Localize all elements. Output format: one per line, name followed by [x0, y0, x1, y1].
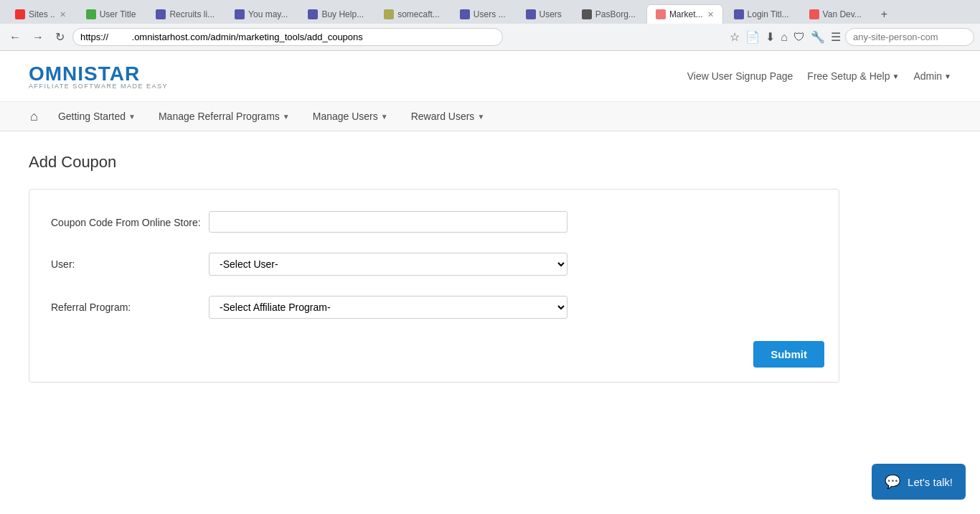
forward-button[interactable]: → — [29, 29, 47, 45]
getting-started-arrow-icon: ▼ — [128, 113, 136, 121]
browser-tab-5[interactable]: Buy Help... — [298, 4, 373, 24]
view-user-signup-link[interactable]: View User Signup Page — [687, 70, 793, 82]
tab-favicon-11 — [734, 9, 744, 19]
logo: OMNISTAR AFFILIATE SOFTWARE MADE EASY — [29, 62, 168, 90]
nav-label-manage-users: Manage Users — [313, 111, 378, 122]
browser-tab-3[interactable]: Recruits li... — [146, 4, 224, 24]
address-bar — [72, 28, 503, 46]
search-bar — [845, 28, 974, 46]
tab-favicon-4 — [235, 9, 245, 19]
reward-users-arrow-icon: ▼ — [477, 113, 484, 121]
tab-label-12: Van Dev... — [823, 9, 862, 19]
browser-toolbar: ☆ 📄 ⬇ ⌂ 🛡 🔧 ☰ — [730, 30, 841, 44]
menu-icon[interactable]: ☰ — [831, 30, 841, 44]
tab-favicon-10 — [656, 9, 666, 19]
extensions-icon[interactable]: 🔧 — [811, 30, 825, 44]
home-browser-icon[interactable]: ⌂ — [781, 31, 788, 44]
logo-sub: AFFILIATE SOFTWARE MADE EASY — [29, 83, 168, 90]
tab-label-4: You may... — [248, 9, 288, 19]
coupon-code-label: Coupon Code From Online Store: — [51, 211, 209, 228]
tab-favicon-2 — [86, 9, 96, 19]
tab-favicon-9 — [582, 9, 592, 19]
admin-label: Admin — [913, 70, 942, 82]
tab-close-1[interactable]: ✕ — [60, 10, 66, 19]
browser-tab-12[interactable]: Van Dev... — [800, 4, 871, 24]
referral-program-row: Referral Program: -Select Affiliate Prog… — [51, 296, 817, 319]
download-icon[interactable]: ⬇ — [765, 30, 775, 44]
tab-label-8: Users — [540, 9, 562, 19]
main-nav: ⌂ Getting Started ▼ Manage Referral Prog… — [0, 102, 980, 131]
browser-tab-1[interactable]: Sites .. ✕ — [6, 4, 75, 24]
tab-label-1: Sites .. — [29, 9, 55, 19]
star-icon[interactable]: ☆ — [730, 30, 740, 44]
tab-favicon-3 — [156, 9, 166, 19]
address-bar-row: ← → ↻ ☆ 📄 ⬇ ⌂ 🛡 🔧 ☰ — [0, 24, 980, 50]
browser-tab-4[interactable]: You may... — [225, 4, 297, 24]
nav-item-getting-started[interactable]: Getting Started ▼ — [47, 102, 147, 131]
tab-favicon-7 — [460, 9, 470, 19]
tab-close-10[interactable]: ✕ — [707, 10, 714, 19]
back-button[interactable]: ← — [6, 29, 24, 45]
page-header: OMNISTAR AFFILIATE SOFTWARE MADE EASY Vi… — [0, 51, 980, 102]
referral-program-label: Referral Program: — [51, 296, 209, 313]
manage-referral-arrow-icon: ▼ — [283, 113, 290, 121]
tab-label-5: Buy Help... — [321, 9, 364, 19]
browser-tab-8[interactable]: Users — [517, 4, 571, 24]
nav-label-reward-users: Reward Users — [411, 111, 475, 122]
tab-label-2: User Title — [100, 9, 136, 19]
referral-program-select[interactable]: -Select Affiliate Program- — [209, 296, 567, 319]
tab-label-11: Login Titl... — [748, 9, 789, 19]
tab-favicon-8 — [526, 9, 536, 19]
tab-bar: Sites .. ✕ User Title Recruits li... You… — [0, 0, 980, 24]
free-setup-label: Free Setup & Help — [807, 70, 890, 82]
free-setup-menu[interactable]: Free Setup & Help ▼ — [807, 70, 899, 82]
coupon-code-input[interactable] — [209, 211, 567, 233]
tab-favicon-6 — [384, 9, 394, 19]
browser-tab-7[interactable]: Users ... — [451, 4, 515, 24]
tab-favicon-12 — [809, 9, 819, 19]
home-nav-icon[interactable]: ⌂ — [22, 103, 47, 130]
tab-favicon-5 — [308, 9, 318, 19]
nav-item-manage-users[interactable]: Manage Users ▼ — [301, 102, 400, 131]
manage-users-arrow-icon: ▼ — [381, 113, 388, 121]
referral-program-control: -Select Affiliate Program- — [209, 296, 567, 319]
nav-item-manage-referral[interactable]: Manage Referral Programs ▼ — [147, 102, 301, 131]
browser-tab-2[interactable]: User Title — [77, 4, 146, 24]
user-label: User: — [51, 253, 209, 270]
reload-button[interactable]: ↻ — [52, 29, 68, 45]
nav-item-reward-users[interactable]: Reward Users ▼ — [400, 102, 496, 131]
submit-button[interactable]: Submit — [753, 341, 824, 368]
tab-label-7: Users ... — [473, 9, 506, 19]
coupon-code-control — [209, 211, 567, 233]
browser-tab-10[interactable]: Market... ✕ — [646, 4, 723, 24]
browser-chrome: Sites .. ✕ User Title Recruits li... You… — [0, 0, 980, 51]
browser-tab-9[interactable]: PasBorg... — [573, 4, 645, 24]
page-content: Add Coupon Coupon Code From Online Store… — [0, 131, 980, 404]
admin-menu[interactable]: Admin ▼ — [913, 70, 951, 82]
free-setup-arrow-icon: ▼ — [892, 73, 900, 80]
url-input[interactable] — [72, 28, 503, 46]
nav-label-manage-referral: Manage Referral Programs — [159, 111, 280, 122]
page-title: Add Coupon — [29, 153, 951, 172]
browser-tab-6[interactable]: somecaft... — [374, 4, 449, 24]
user-row: User: -Select User- — [51, 253, 817, 276]
user-control: -Select User- — [209, 253, 567, 276]
header-nav: View User Signup Page Free Setup & Help … — [687, 70, 951, 82]
search-input[interactable] — [845, 28, 974, 46]
coupon-code-row: Coupon Code From Online Store: — [51, 211, 817, 233]
tab-favicon-1 — [15, 9, 25, 19]
tab-label-6: somecaft... — [397, 9, 440, 19]
tab-label-10: Market... — [669, 9, 703, 19]
tab-label-3: Recruits li... — [169, 9, 215, 19]
admin-arrow-icon: ▼ — [944, 73, 951, 80]
user-select[interactable]: -Select User- — [209, 253, 567, 276]
add-coupon-form-card: Coupon Code From Online Store: User: -Se… — [29, 189, 839, 383]
new-tab-button[interactable]: + — [875, 5, 893, 24]
browser-tab-11[interactable]: Login Titl... — [725, 4, 798, 24]
reader-icon[interactable]: 📄 — [745, 30, 760, 44]
nav-label-getting-started: Getting Started — [58, 111, 126, 122]
tab-label-9: PasBorg... — [595, 9, 636, 19]
shield-icon[interactable]: 🛡 — [793, 31, 805, 44]
